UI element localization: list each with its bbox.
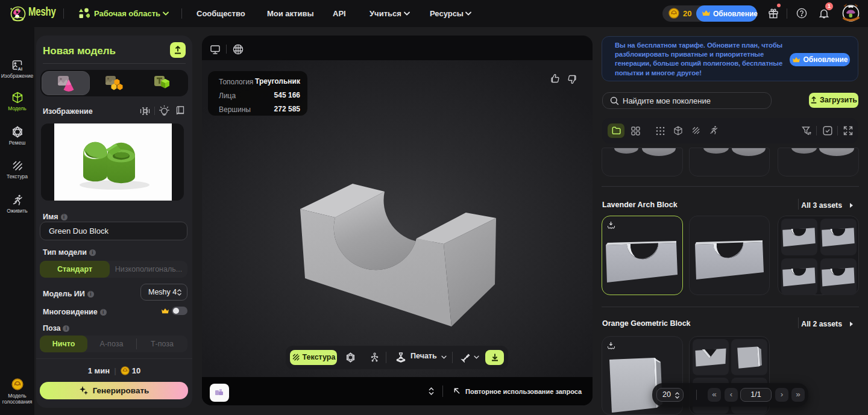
svg-text:AI: AI bbox=[18, 66, 23, 72]
